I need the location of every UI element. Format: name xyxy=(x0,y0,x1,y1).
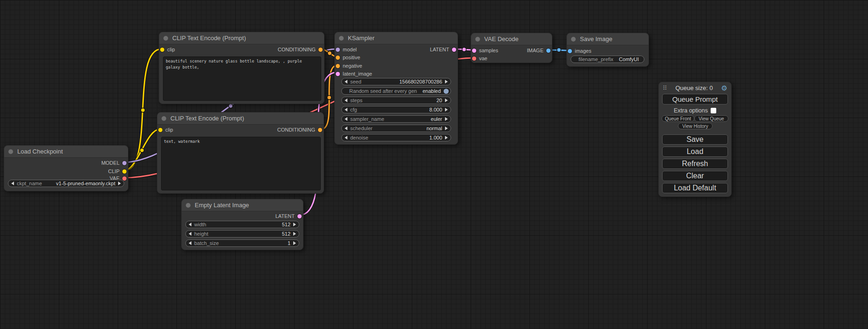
widget-value[interactable]: enabled xyxy=(423,88,441,94)
widget-sampler-name[interactable]: sampler_name euler xyxy=(341,115,451,123)
input-port-clip[interactable] xyxy=(158,128,162,132)
extra-options-checkbox[interactable] xyxy=(711,108,716,113)
widget-filename-prefix[interactable]: filename_prefix ComfyUI xyxy=(571,56,644,63)
output-slot-image[interactable]: IMAGE xyxy=(527,47,550,54)
output-port-conditioning[interactable] xyxy=(318,128,322,132)
input-port-samples[interactable] xyxy=(472,49,476,53)
widget-value[interactable]: euler xyxy=(431,116,442,122)
node-clip-text-encode-positive[interactable]: CLIP Text Encode (Prompt) clip CONDITION… xyxy=(159,32,325,104)
gear-icon[interactable]: ⚙ xyxy=(721,84,727,91)
widget-batch-size[interactable]: batch_size 1 xyxy=(185,239,299,247)
output-port-latent[interactable] xyxy=(297,214,302,218)
prompt-textarea[interactable]: beautiful scenery nature glass bottle la… xyxy=(163,56,321,101)
input-slot-images[interactable]: images xyxy=(568,47,591,55)
input-slot-positive[interactable]: positive xyxy=(336,54,360,61)
decrement-arrow-icon[interactable] xyxy=(345,98,347,102)
node-title-bar[interactable]: CLIP Text Encode (Prompt) xyxy=(157,112,324,125)
node-title-bar[interactable]: Load Checkpoint xyxy=(4,146,128,158)
node-empty-latent-image[interactable]: Empty Latent Image LATENT width 512 heig… xyxy=(181,199,303,250)
decrement-arrow-icon[interactable] xyxy=(189,232,191,236)
node-collapse-dot[interactable] xyxy=(339,36,344,41)
output-slot-model[interactable]: MODEL xyxy=(101,159,127,167)
decrement-arrow-icon[interactable] xyxy=(345,108,347,112)
node-title-bar[interactable]: Save Image xyxy=(567,33,649,45)
increment-arrow-icon[interactable] xyxy=(293,223,296,226)
node-title-bar[interactable]: Empty Latent Image xyxy=(182,199,303,211)
node-ksampler[interactable]: KSampler model positive negative latent_… xyxy=(334,32,458,145)
input-port-images[interactable] xyxy=(568,49,572,53)
output-slot-latent[interactable]: LATENT xyxy=(430,46,456,53)
widget-value[interactable]: 512 xyxy=(282,222,290,227)
decrement-arrow-icon[interactable] xyxy=(189,241,191,245)
decrement-arrow-icon[interactable] xyxy=(345,117,347,121)
input-port-vae[interactable] xyxy=(472,56,476,61)
widget-ckpt-name[interactable]: ckpt_name v1-5-pruned-emaonly.ckpt xyxy=(8,180,124,187)
increment-arrow-icon[interactable] xyxy=(445,136,448,140)
view-history-button[interactable]: View History xyxy=(678,123,713,129)
increment-arrow-icon[interactable] xyxy=(445,117,448,121)
view-queue-button[interactable]: View Queue xyxy=(694,115,728,122)
widget-denoise[interactable]: denoise 1.000 xyxy=(341,134,451,141)
output-port-image[interactable] xyxy=(546,49,550,53)
input-slot-samples[interactable]: samples xyxy=(472,47,498,54)
increment-arrow-icon[interactable] xyxy=(118,182,121,185)
queue-prompt-button[interactable]: Queue Prompt xyxy=(662,94,728,105)
decrement-arrow-icon[interactable] xyxy=(11,182,14,185)
drag-handle-icon[interactable]: ⠿ xyxy=(663,85,667,91)
widget-value[interactable]: ComfyUI xyxy=(619,56,639,62)
widget-value[interactable]: normal xyxy=(426,126,442,131)
decrement-arrow-icon[interactable] xyxy=(345,136,347,140)
toggle-circle-icon[interactable] xyxy=(444,89,449,94)
widget-random-seed-toggle[interactable]: Random seed after every gen enabled xyxy=(341,87,451,95)
output-port-clip[interactable] xyxy=(122,169,127,174)
node-collapse-dot[interactable] xyxy=(162,116,166,121)
node-save-image[interactable]: Save Image images filename_prefix ComfyU… xyxy=(566,33,649,67)
input-slot-negative[interactable]: negative xyxy=(336,62,362,70)
widget-value[interactable]: 1 xyxy=(288,240,290,246)
input-slot-clip[interactable]: clip xyxy=(160,46,175,53)
input-slot-vae[interactable]: vae xyxy=(472,55,487,62)
widget-width[interactable]: width 512 xyxy=(185,221,299,228)
increment-arrow-icon[interactable] xyxy=(293,241,296,245)
widget-value[interactable]: 20 xyxy=(437,98,442,103)
input-port-latent-image[interactable] xyxy=(336,72,340,76)
widget-value[interactable]: v1-5-pruned-emaonly.ckpt xyxy=(56,181,115,186)
input-port-clip[interactable] xyxy=(160,48,164,52)
node-clip-text-encode-negative[interactable]: CLIP Text Encode (Prompt) clip CONDITION… xyxy=(157,112,324,194)
widget-value[interactable]: 1.000 xyxy=(429,135,442,140)
widget-value[interactable]: 8.000 xyxy=(429,107,442,112)
node-collapse-dot[interactable] xyxy=(163,36,168,41)
node-graph-canvas[interactable]: Load Checkpoint MODEL CLIP VAE ckpt_name… xyxy=(0,0,868,329)
output-port-vae[interactable] xyxy=(122,176,127,181)
widget-cfg[interactable]: cfg 8.000 xyxy=(341,106,451,113)
increment-arrow-icon[interactable] xyxy=(445,98,448,102)
output-slot-latent[interactable]: LATENT xyxy=(275,212,302,220)
input-port-positive[interactable] xyxy=(336,56,340,60)
node-title-bar[interactable]: VAE Decode xyxy=(471,33,552,45)
output-slot-conditioning[interactable]: CONDITIONING xyxy=(277,126,322,133)
output-port-latent[interactable] xyxy=(452,48,456,52)
node-collapse-dot[interactable] xyxy=(8,149,13,154)
save-button[interactable]: Save xyxy=(662,134,728,145)
widget-value[interactable]: 156680208700286 xyxy=(399,79,442,84)
increment-arrow-icon[interactable] xyxy=(445,80,448,84)
input-port-negative[interactable] xyxy=(336,64,340,68)
increment-arrow-icon[interactable] xyxy=(293,232,296,236)
widget-height[interactable]: height 512 xyxy=(185,230,299,238)
widget-scheduler[interactable]: scheduler normal xyxy=(341,125,451,132)
refresh-button[interactable]: Refresh xyxy=(662,159,728,169)
input-slot-latent-image[interactable]: latent_image xyxy=(336,70,372,77)
widget-seed[interactable]: seed 156680208700286 xyxy=(341,78,451,85)
widget-steps[interactable]: steps 20 xyxy=(341,97,451,104)
prompt-textarea[interactable]: text, watermark xyxy=(161,137,321,190)
node-collapse-dot[interactable] xyxy=(571,37,576,42)
output-port-conditioning[interactable] xyxy=(318,48,323,52)
load-default-button[interactable]: Load Default xyxy=(662,183,728,193)
node-load-checkpoint[interactable]: Load Checkpoint MODEL CLIP VAE ckpt_name… xyxy=(4,145,128,191)
increment-arrow-icon[interactable] xyxy=(445,108,448,112)
queue-front-button[interactable]: Queue Front xyxy=(662,115,694,122)
output-slot-clip[interactable]: CLIP xyxy=(108,168,127,175)
output-port-model[interactable] xyxy=(122,161,127,165)
decrement-arrow-icon[interactable] xyxy=(345,126,347,130)
increment-arrow-icon[interactable] xyxy=(445,126,448,130)
